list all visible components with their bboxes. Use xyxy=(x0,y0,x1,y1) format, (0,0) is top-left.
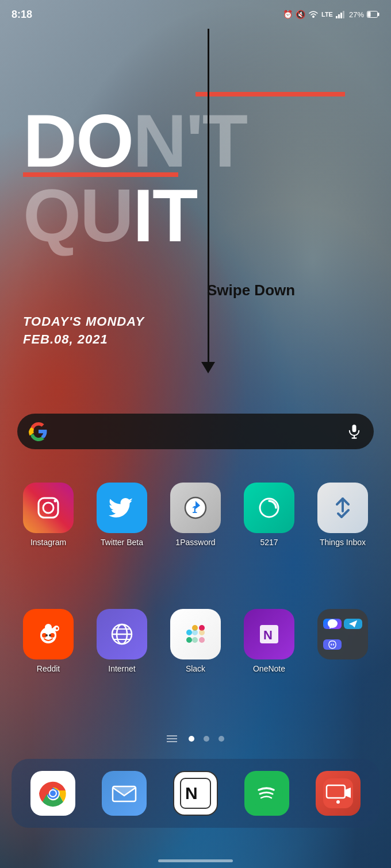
reddit-label: Reddit xyxy=(37,664,60,673)
app-item-internet[interactable]: Internet xyxy=(90,609,154,673)
svg-point-13 xyxy=(54,500,57,503)
mute-icon: 🔇 xyxy=(296,10,305,19)
text-do: DO xyxy=(23,103,133,178)
svg-rect-7 xyxy=(368,12,371,17)
svg-point-43 xyxy=(50,790,56,796)
app-item-reddit[interactable]: Reddit xyxy=(17,609,80,673)
arrow-head xyxy=(201,362,215,373)
mic-icon[interactable] xyxy=(346,423,362,439)
text-qu: QU xyxy=(23,178,133,253)
hotspot-icon xyxy=(308,10,319,18)
internet-label: Internet xyxy=(108,664,135,673)
svg-point-50 xyxy=(336,800,340,804)
slack-icon xyxy=(170,609,221,659)
svg-point-24 xyxy=(49,634,51,636)
notion-icon: N xyxy=(173,771,218,816)
svg-rect-32 xyxy=(186,637,192,643)
svg-rect-37 xyxy=(192,637,198,643)
svg-point-0 xyxy=(312,16,315,18)
svg-rect-35 xyxy=(192,630,198,635)
onenote-label: OneNote xyxy=(253,664,285,673)
svg-point-12 xyxy=(43,503,53,513)
svg-text:N: N xyxy=(263,628,273,642)
screenrec-icon xyxy=(316,771,361,816)
1password-label: 1Password xyxy=(175,538,215,547)
lte-icon: LTE xyxy=(321,11,333,18)
status-icons: ⏰ 🔇 LTE 27% xyxy=(283,10,379,19)
google-search-bar[interactable] xyxy=(17,414,374,449)
battery-percentage: 27% xyxy=(349,10,364,19)
app-item-5217[interactable]: 5217 xyxy=(237,483,301,547)
grid-lines-icon xyxy=(167,735,177,742)
page-dot-3[interactable] xyxy=(218,736,224,742)
dock: N xyxy=(12,759,379,828)
app-item-instagram[interactable]: Instagram xyxy=(17,483,80,547)
svg-rect-6 xyxy=(378,13,379,16)
date-line2: FEB.08, 2021 xyxy=(23,331,144,349)
app-row-1: Instagram Twitter Beta 1 1Password xyxy=(0,483,391,547)
date-text: TODAY'S MONDAY FEB.08, 2021 xyxy=(23,313,144,349)
app-row-2: Reddit Internet xyxy=(0,609,391,673)
status-time: 8:18 xyxy=(12,9,32,21)
things-inbox-icon xyxy=(317,483,368,533)
app-item-twitter[interactable]: Twitter Beta xyxy=(90,483,154,547)
svg-point-22 xyxy=(45,624,52,631)
svg-rect-8 xyxy=(352,425,356,432)
svg-point-25 xyxy=(56,627,58,630)
onenote-icon: N xyxy=(244,609,294,659)
page-dot-1[interactable] xyxy=(189,736,194,742)
twitter-label: Twitter Beta xyxy=(101,538,143,547)
app-item-things-inbox[interactable]: Things Inbox xyxy=(311,483,374,547)
dock-item-email[interactable] xyxy=(99,771,150,816)
text-it: IT xyxy=(133,178,197,253)
page-dot-2[interactable] xyxy=(204,736,209,742)
svg-rect-31 xyxy=(186,630,192,635)
google-logo xyxy=(29,422,48,441)
svg-text:1: 1 xyxy=(192,505,197,515)
red-strikethrough-1 xyxy=(195,92,345,97)
svg-rect-4 xyxy=(343,11,344,18)
chrome-icon xyxy=(30,771,75,816)
dock-item-spotify[interactable] xyxy=(241,771,292,816)
reddit-icon xyxy=(23,609,74,659)
page-dots xyxy=(0,735,391,742)
5217-icon xyxy=(244,483,294,533)
svg-rect-38 xyxy=(199,637,205,643)
app-item-slack[interactable]: Slack xyxy=(164,609,227,673)
dock-item-screenrec[interactable] xyxy=(313,771,363,816)
twitter-icon xyxy=(97,483,147,533)
svg-text:N: N xyxy=(185,784,198,803)
text-nt: N'T xyxy=(133,103,247,178)
app-item-onenote[interactable]: N OneNote xyxy=(237,609,301,673)
folder-icon xyxy=(317,609,368,659)
svg-rect-3 xyxy=(340,13,342,18)
app-item-folder[interactable] xyxy=(311,609,374,673)
battery-icon xyxy=(367,11,379,18)
email-icon xyxy=(102,771,147,816)
svg-point-23 xyxy=(45,634,48,636)
5217-label: 5217 xyxy=(260,538,278,547)
alarm-icon: ⏰ xyxy=(283,10,293,19)
red-strikethrough-2 xyxy=(23,172,178,177)
internet-icon xyxy=(97,609,147,659)
1password-icon: 1 xyxy=(170,483,221,533)
date-line1: TODAY'S MONDAY xyxy=(23,313,144,331)
swipe-down-arrow xyxy=(201,29,215,373)
svg-rect-2 xyxy=(338,14,340,18)
app-item-1password[interactable]: 1 1Password xyxy=(164,483,227,547)
dock-item-chrome[interactable] xyxy=(28,771,78,816)
svg-rect-36 xyxy=(199,630,205,635)
spotify-icon xyxy=(244,771,289,816)
swipe-down-label: Swipe Down xyxy=(207,281,295,299)
slack-label: Slack xyxy=(186,664,205,673)
instagram-icon xyxy=(23,483,74,533)
home-indicator xyxy=(158,859,233,862)
arrow-line xyxy=(208,29,209,362)
status-bar: 8:18 ⏰ 🔇 LTE 27% xyxy=(0,0,391,29)
instagram-label: Instagram xyxy=(30,538,66,547)
things-inbox-label: Things Inbox xyxy=(320,538,366,547)
signal-icon xyxy=(336,10,346,18)
svg-point-17 xyxy=(263,502,275,514)
svg-rect-1 xyxy=(336,16,338,18)
dock-item-notion[interactable]: N xyxy=(170,771,221,816)
